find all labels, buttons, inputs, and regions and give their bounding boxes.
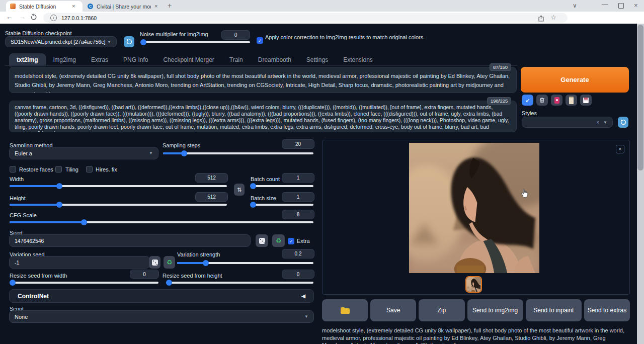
variation-strength-label: Variation strength	[177, 251, 220, 257]
gallery-thumbnail-selected[interactable]	[465, 276, 482, 293]
extra-seed-checkbox[interactable]: ✓	[288, 238, 294, 244]
new-tab-icon[interactable]: +	[168, 2, 172, 10]
recycle-icon: ♻	[276, 237, 282, 244]
styles-refresh-button[interactable]	[618, 117, 628, 128]
checkpoint-refresh-button[interactable]	[124, 36, 134, 47]
tab-bar-divider	[5, 65, 517, 66]
send-to-img2img-button[interactable]: Send to img2img	[467, 299, 523, 321]
zip-button[interactable]: Zip	[419, 299, 464, 321]
save-button[interactable]: Save	[370, 299, 416, 321]
address-bar[interactable]: i 127.0.0.1:7860 ☆	[43, 13, 568, 23]
batch-size-value[interactable]: 1	[282, 192, 314, 202]
sampling-steps-slider[interactable]	[163, 152, 313, 154]
trash-icon	[539, 97, 545, 103]
scrollbar-thumb[interactable]	[637, 25, 643, 170]
chevron-down-icon: ▼	[603, 120, 607, 125]
resize-seed-width-value[interactable]: 0	[130, 270, 159, 279]
controlnet-accordion[interactable]: ControlNet ◀	[9, 289, 314, 303]
page-scrollbar[interactable]	[637, 24, 644, 344]
swap-width-height-button[interactable]: ⇅	[234, 184, 245, 196]
color-correction-checkbox[interactable]: ✓	[257, 37, 263, 44]
width-value[interactable]: 512	[195, 173, 228, 183]
browser-tab-civitai[interactable]: C Civitai | Share your models ×	[84, 1, 163, 12]
browser-toolbar: ← → i 127.0.0.1:7860 ☆ ⋮	[0, 12, 644, 24]
share-icon[interactable]	[538, 15, 544, 24]
send-to-inpaint-button[interactable]: Send to inpaint	[526, 299, 582, 321]
sampling-method-dropdown[interactable]: Euler a ▼	[9, 147, 158, 159]
tab-train[interactable]: Train	[222, 53, 251, 66]
variation-strength-value[interactable]: 0.2	[282, 249, 314, 259]
script-value: None	[15, 314, 28, 320]
generated-image[interactable]	[409, 143, 539, 273]
tab-settings[interactable]: Settings	[299, 53, 336, 66]
cfg-scale-value[interactable]: 8	[282, 210, 314, 219]
cfg-scale-slider[interactable]	[10, 221, 313, 223]
height-value[interactable]: 512	[195, 192, 228, 202]
paste-generation-params-button[interactable]: ↙	[522, 95, 533, 106]
variation-seed-input[interactable]: -1	[9, 256, 150, 269]
apply-styles-button[interactable]	[566, 95, 577, 106]
window-maximize-icon[interactable]	[618, 3, 624, 9]
tab-close-icon[interactable]: ×	[72, 4, 75, 9]
height-slider[interactable]	[10, 204, 227, 206]
hires-fix-checkbox[interactable]	[86, 166, 93, 173]
checkpoint-label: Stable Diffusion checkpoint	[5, 30, 72, 36]
seed-input[interactable]: 1476462546	[9, 234, 251, 247]
clear-prompt-button[interactable]	[536, 95, 548, 106]
variation-strength-slider[interactable]	[177, 262, 313, 264]
tab-extensions[interactable]: Extensions	[336, 53, 380, 66]
prompt-textarea[interactable]: modelshoot style, (extremely detailed CG…	[9, 67, 517, 93]
extra-networks-button[interactable]	[551, 95, 562, 106]
width-slider[interactable]	[10, 185, 227, 187]
tab-dreambooth[interactable]: Dreambooth	[251, 53, 299, 66]
resize-seed-width-slider[interactable]	[10, 282, 158, 284]
browser-tab-stable-diffusion[interactable]: Stable Diffusion ×	[6, 1, 83, 12]
random-seed-button[interactable]	[256, 234, 268, 247]
noise-multiplier-value[interactable]: 0	[221, 30, 250, 40]
noise-multiplier-slider[interactable]	[141, 41, 250, 43]
window-minimize-icon[interactable]: —	[602, 1, 608, 8]
resize-seed-height-value[interactable]: 0	[282, 270, 314, 279]
browser-tab-strip: Stable Diffusion × C Civitai | Share you…	[0, 0, 644, 12]
dice-icon	[152, 260, 158, 266]
resize-seed-height-slider[interactable]	[166, 282, 313, 284]
batch-size-label: Batch size	[251, 195, 276, 201]
restore-faces-checkbox[interactable]	[10, 166, 16, 173]
back-icon[interactable]: ←	[6, 13, 13, 21]
sampling-steps-value[interactable]: 20	[282, 139, 314, 149]
open-folder-button[interactable]	[322, 299, 368, 321]
reuse-variation-seed-button[interactable]: ♻	[164, 256, 175, 269]
save-style-button[interactable]	[580, 95, 592, 106]
tab-close-icon[interactable]: ×	[154, 4, 157, 9]
tab-txt2img[interactable]: txt2img	[9, 53, 46, 66]
site-info-icon[interactable]: i	[50, 15, 57, 21]
restore-faces-label: Restore faces	[19, 166, 53, 173]
checkpoint-value: SD15NewVAEpruned.ckpt [27a4ac756c]	[11, 39, 105, 45]
script-dropdown[interactable]: None ▼	[9, 310, 314, 323]
negative-prompt-textarea[interactable]: canvas frame, cartoon, 3d, ((disfigured)…	[9, 101, 517, 132]
generate-button[interactable]: Generate	[521, 67, 629, 93]
window-close-icon[interactable]: ×	[634, 2, 638, 9]
tab-checkpoint-merger[interactable]: Checkpoint Merger	[155, 53, 221, 66]
random-variation-seed-button[interactable]	[149, 256, 160, 269]
tab-extras[interactable]: Extras	[84, 53, 116, 66]
width-label: Width	[10, 176, 24, 182]
tab-img2img[interactable]: img2img	[46, 53, 84, 66]
gallery-close-button[interactable]: ×	[616, 145, 624, 153]
batch-count-slider[interactable]	[251, 185, 313, 187]
tiling-checkbox[interactable]	[55, 166, 62, 173]
checkpoint-dropdown[interactable]: SD15NewVAEpruned.ckpt [27a4ac756c] ▼	[5, 36, 117, 47]
clear-styles-icon[interactable]: ×	[596, 120, 599, 125]
noise-multiplier-label: Noise multiplier for img2img	[140, 31, 208, 37]
reuse-seed-button[interactable]: ♻	[272, 234, 285, 247]
reload-icon[interactable]	[30, 14, 37, 23]
styles-dropdown[interactable]: × ▼	[522, 117, 613, 128]
send-to-extras-button[interactable]: Send to extras	[584, 299, 630, 321]
forward-icon[interactable]: →	[19, 13, 26, 21]
batch-count-value[interactable]: 1	[282, 173, 314, 183]
window-chevron-icon[interactable]: ∨	[573, 2, 577, 9]
bookmark-star-icon[interactable]: ☆	[550, 14, 556, 21]
tab-png-info[interactable]: PNG Info	[116, 53, 155, 66]
batch-size-slider[interactable]	[251, 204, 313, 206]
civitai-favicon: C	[88, 4, 93, 9]
